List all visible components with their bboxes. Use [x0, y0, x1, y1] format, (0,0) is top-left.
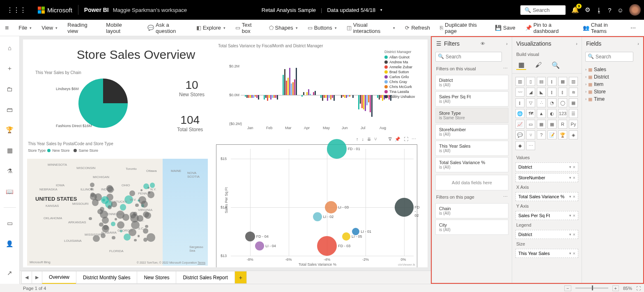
scatter-point[interactable] [255, 241, 264, 250]
bar-chart[interactable]: $0.2M $0.0M ($0.2M) JanFebMarAprMayJunJu… [241, 60, 397, 130]
more-options-button[interactable]: ⋯ [627, 23, 639, 32]
well-values-storenumber[interactable]: StoreNumber▾× [515, 173, 578, 182]
analytics-tab[interactable]: 🔍 [551, 60, 561, 70]
kpi-new-stores[interactable]: 10 New Stores [179, 79, 205, 97]
viz-multi-card[interactable]: ☰ [569, 109, 578, 118]
tab-prev-button[interactable]: ◀ [21, 271, 32, 284]
product-name[interactable]: Power BI [84, 7, 109, 13]
viz-100-column[interactable]: ▥ [569, 77, 578, 86]
field-table[interactable]: ›▦District [585, 73, 640, 81]
filters-view-icon[interactable]: 👁 [481, 41, 485, 46]
viz-py[interactable]: Py [569, 120, 578, 129]
remove-icon[interactable]: × [573, 232, 575, 237]
zoom-out-button[interactable]: − [564, 285, 571, 291]
viz-stacked-bar[interactable]: ▥ [515, 77, 524, 86]
remove-icon[interactable]: × [573, 213, 575, 218]
drill-down-icon[interactable]: ↓ [362, 137, 364, 142]
scatter-visual[interactable]: ↑ ↓ ⇊ ⑂ ∇ 📌 ⛶ ⋯ ctxViewer.lk Total Sales… [216, 144, 417, 267]
add-filter-placeholder[interactable]: Add data fields here [435, 175, 508, 190]
nav-datahub-icon[interactable]: 🗃 [3, 103, 16, 116]
scatter-point[interactable] [313, 212, 322, 221]
viz-paginated[interactable]: ◈ [569, 130, 578, 139]
viz-table[interactable]: ▦ [537, 120, 546, 129]
refresh-button[interactable]: ⟳Refresh [402, 23, 433, 32]
tab-district-monthly[interactable]: District Monthly Sales [76, 271, 137, 284]
tab-next-button[interactable]: ▶ [32, 271, 42, 284]
viz-stacked-area[interactable]: ◣ [537, 88, 546, 97]
filter-card[interactable]: Districtis (All) [435, 75, 508, 90]
well-xaxis-item[interactable]: Total Sales Variance %▾× [515, 192, 578, 201]
workspace-name[interactable]: Maggie Sparkman's workspace [113, 7, 187, 13]
help-icon[interactable]: ? [608, 7, 611, 14]
filters-collapse-icon[interactable]: › [506, 41, 508, 46]
map-visual[interactable]: UNITED STATES Microsoft Bing © 2022 TomT… [27, 159, 208, 266]
pin-visual-icon[interactable]: 📌 [395, 137, 400, 142]
data-updated[interactable]: Data updated 5/4/18 [327, 7, 375, 13]
viz-azure-map[interactable]: ▲ [537, 109, 546, 118]
viz-matrix[interactable]: ▦ [547, 120, 557, 129]
filter-icon[interactable]: ∇ [389, 137, 391, 142]
nav-home-icon[interactable]: ⌂ [3, 41, 16, 54]
filter-card[interactable]: Cityis (All) [435, 220, 508, 235]
well-legend-item[interactable]: District▾× [515, 230, 578, 239]
field-table[interactable]: ›▦Time [585, 95, 640, 103]
reading-view-button[interactable]: Reading view [64, 20, 99, 36]
viz-line[interactable]: 〰 [515, 88, 524, 97]
build-visual-tab[interactable]: ▦ [516, 60, 526, 70]
report-canvas[interactable]: Store Sales Overview This Year Sales by … [23, 39, 428, 267]
viz-collapse-icon[interactable]: › [576, 41, 577, 46]
report-name[interactable]: Retail Analysis Sample [262, 7, 316, 13]
viz-map[interactable]: 🌐 [515, 109, 524, 118]
filter-card[interactable]: Chainis (All) [435, 203, 508, 218]
viz-key-influencers[interactable]: 💬 [515, 130, 524, 139]
viz-clustered-column[interactable]: ⫿ [547, 77, 557, 86]
fields-collapse-icon[interactable]: › [637, 41, 639, 46]
viz-goals[interactable]: 🏆 [558, 130, 567, 139]
viz-treemap[interactable]: ▦ [569, 98, 578, 107]
user-avatar[interactable] [629, 4, 641, 16]
download-icon[interactable]: ⭳ [596, 7, 602, 14]
tab-district-sales[interactable]: District Sales Report [176, 271, 235, 284]
legend-item[interactable]: Chris Gray [384, 80, 415, 84]
drill-up-icon[interactable]: ↑ [356, 137, 359, 142]
viz-pie[interactable]: ◔ [547, 98, 557, 107]
viz-100-bar[interactable]: ▦ [558, 77, 567, 86]
menu-toggle-icon[interactable]: ≡ [5, 24, 9, 32]
focus-mode-icon[interactable]: ⛶ [404, 137, 408, 142]
explore-menu[interactable]: ◧Explore▾ [193, 23, 229, 32]
visual-interactions-menu[interactable]: ◫Visual interactions▾ [343, 20, 399, 36]
field-table[interactable]: ›▦Item [585, 81, 640, 88]
legend-item[interactable]: Andrew Ma [384, 60, 415, 64]
nav-create-icon[interactable]: ＋ [3, 62, 16, 75]
legend-item[interactable]: Carlos Grilo [384, 75, 415, 79]
duplicate-page-button[interactable]: ⎘Duplicate this page [437, 20, 488, 36]
filter-card[interactable]: Total Sales Variance %is (All) [435, 157, 508, 172]
mobile-layout-button[interactable]: Mobile layout [103, 20, 138, 36]
viz-qa[interactable]: ? [537, 130, 546, 139]
well-size-item[interactable]: This Year Sales▾× [515, 249, 578, 258]
file-menu[interactable]: File▾ [15, 23, 35, 32]
viz-narrative[interactable]: 📝 [547, 130, 557, 139]
scatter-point[interactable] [342, 232, 350, 241]
global-search[interactable]: 🔍 Search [520, 5, 566, 15]
nav-expand-icon[interactable]: ↗ [3, 267, 16, 280]
zoom-in-button[interactable]: + [612, 285, 619, 291]
viz-slicer[interactable]: ▭ [526, 120, 535, 129]
viz-line-column[interactable]: ⫿ [547, 88, 557, 97]
filters-visual-more[interactable]: ⋯ [503, 66, 508, 71]
legend-item[interactable]: Chris McGurk [384, 85, 415, 89]
remove-icon[interactable]: × [573, 175, 575, 180]
viz-funnel[interactable]: ▽ [526, 98, 535, 107]
viz-line-clustered[interactable]: ⫿ [558, 88, 567, 97]
settings-icon[interactable]: ⚙ [585, 6, 590, 14]
nav-goals-icon[interactable]: 🏆 [3, 123, 16, 137]
viz-stacked-column[interactable]: ▯ [526, 77, 535, 86]
viz-filled-map[interactable]: 🗺 [526, 109, 535, 118]
zoom-slider[interactable] [575, 287, 608, 289]
drill-expand-icon[interactable]: ⇊ [367, 137, 371, 142]
viz-clustered-bar[interactable]: ▤ [537, 77, 546, 86]
nav-apps-icon[interactable]: ▦ [3, 144, 16, 157]
nav-browse-icon[interactable]: 🗀 [3, 82, 16, 95]
textbox-button[interactable]: ▭Text box [232, 20, 262, 36]
field-table[interactable]: ›▦Sales [585, 66, 640, 73]
